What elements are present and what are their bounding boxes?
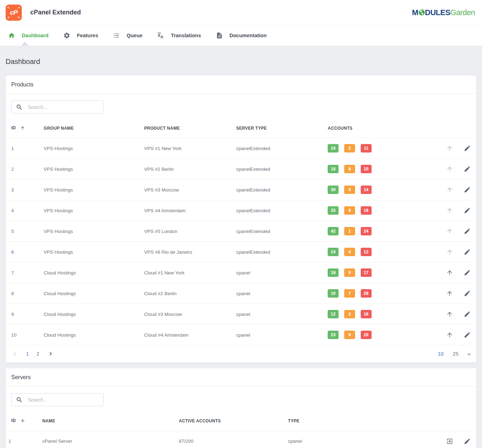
- product-server-type: cpanel: [233, 283, 325, 304]
- upgrade-arrow-icon[interactable]: [446, 145, 453, 152]
- products-pagination: 1 2 10 25 ∞: [6, 345, 476, 363]
- edit-pencil-icon[interactable]: [464, 331, 471, 338]
- product-name: Cloud #3 Moscow: [141, 304, 233, 325]
- sort-ascending-icon[interactable]: [20, 125, 25, 131]
- active-accounts-badge: 12: [328, 310, 339, 318]
- edit-pencil-icon[interactable]: [464, 269, 471, 276]
- login-icon[interactable]: [446, 438, 453, 445]
- col-accounts: ACCOUNTS: [325, 118, 434, 138]
- active-accounts-badge: 25: [328, 206, 339, 215]
- upgrade-arrow-icon[interactable]: [446, 228, 453, 235]
- servers-search-input[interactable]: [27, 397, 99, 403]
- pagination-next-button[interactable]: [47, 350, 54, 357]
- upgrade-arrow-icon[interactable]: [446, 207, 453, 214]
- page: ↖ ↗ ↙ ↘ cP cPanel Extended M DULES Garde…: [0, 0, 482, 448]
- product-name: VPS #6 Rio de Janeiro: [141, 242, 233, 262]
- upgrade-arrow-icon[interactable]: [446, 311, 453, 318]
- edit-pencil-icon[interactable]: [464, 228, 471, 235]
- active-accounts-badge: 18: [328, 268, 339, 277]
- page-size-10[interactable]: 10: [438, 351, 443, 357]
- product-server-type: cpanel: [233, 325, 325, 345]
- products-card-title: Products: [6, 76, 476, 94]
- edit-pencil-icon[interactable]: [464, 145, 471, 152]
- edit-pencil-icon[interactable]: [464, 438, 471, 445]
- nav-item-documentation[interactable]: Documentation: [208, 25, 274, 46]
- edit-pencil-icon[interactable]: [464, 248, 471, 255]
- upgrade-arrow-icon[interactable]: [446, 165, 453, 173]
- product-name: Cloud #2 Berlin: [141, 283, 233, 304]
- app-header: ↖ ↗ ↙ ↘ cP cPanel Extended M DULES Garde…: [0, 0, 482, 25]
- table-row: 8 Cloud Hostings Cloud #2 Berlin cpanel …: [6, 283, 476, 304]
- page-size-25[interactable]: 25: [453, 351, 458, 357]
- terminated-accounts-badge: 16: [361, 206, 372, 215]
- product-server-type: cpanelExtended: [233, 138, 325, 159]
- logo-arrow-icon: ↗: [17, 6, 20, 9]
- suspended-accounts-badge: 7: [344, 289, 355, 298]
- list-icon: [113, 32, 120, 39]
- upgrade-arrow-icon[interactable]: [446, 186, 453, 193]
- suspended-accounts-badge: 8: [344, 165, 355, 173]
- accounts-cell: 10 7 28: [325, 283, 434, 304]
- brand-m: M: [412, 8, 418, 17]
- product-id: 2: [6, 159, 41, 180]
- terminated-accounts-badge: 14: [361, 186, 372, 194]
- page-title: Dashboard: [6, 58, 476, 66]
- product-group-name: Cloud Hostings: [41, 283, 141, 304]
- product-server-type: cpanel: [233, 262, 325, 283]
- nav-item-features[interactable]: Features: [56, 25, 105, 46]
- edit-pencil-icon[interactable]: [464, 186, 471, 193]
- upgrade-arrow-icon[interactable]: [446, 331, 453, 338]
- product-id: 10: [6, 325, 41, 345]
- modulesgarden-logo: M DULES Garden: [412, 8, 476, 17]
- products-table: ID GROUP NAME PRODUCT NAME SERVER TYPE A…: [6, 118, 476, 345]
- product-server-type: cpanel: [233, 304, 325, 325]
- product-server-type: cpanelExtended: [233, 180, 325, 200]
- pagination-prev-button[interactable]: [11, 350, 18, 357]
- upgrade-arrow-icon[interactable]: [446, 248, 453, 255]
- accounts-cell: 18 8 10: [325, 159, 434, 180]
- table-row: 2 VPS Hostings VPS #2 Berlin cpanelExten…: [6, 159, 476, 180]
- edit-pencil-icon[interactable]: [464, 311, 471, 318]
- active-accounts-badge: 18: [328, 165, 339, 173]
- logo-arrow-icon: ↘: [17, 16, 20, 19]
- search-icon: [16, 104, 23, 111]
- edit-pencil-icon[interactable]: [464, 290, 471, 297]
- edit-pencil-icon[interactable]: [464, 207, 471, 214]
- product-name: VPS #2 Berlin: [141, 159, 233, 180]
- product-name: VPS #5 London: [141, 221, 233, 242]
- upgrade-arrow-icon[interactable]: [446, 269, 453, 276]
- nav-item-queue[interactable]: Queue: [105, 25, 150, 46]
- logo-text: cP: [10, 8, 17, 16]
- product-group-name: VPS Hostings: [41, 159, 141, 180]
- terminated-accounts-badge: 10: [361, 165, 372, 173]
- sort-ascending-icon[interactable]: [20, 418, 25, 424]
- page-size-all[interactable]: ∞: [468, 351, 471, 357]
- col-group-name: GROUP NAME: [41, 118, 141, 138]
- server-active-accounts: 87/200: [176, 431, 285, 448]
- products-search-input[interactable]: [27, 104, 99, 110]
- server-id: 1: [6, 431, 39, 448]
- pagination-page-1[interactable]: 1: [26, 351, 29, 357]
- document-icon: [216, 32, 223, 39]
- product-id: 6: [6, 242, 41, 262]
- suspended-accounts-badge: 4: [344, 248, 355, 256]
- suspended-accounts-badge: 5: [344, 186, 355, 194]
- suspended-accounts-badge: 0: [344, 268, 355, 277]
- brand-garden: Garden: [450, 8, 475, 17]
- accounts-cell: 24 2 11: [325, 138, 434, 159]
- product-group-name: VPS Hostings: [41, 138, 141, 159]
- upgrade-arrow-icon[interactable]: [446, 290, 453, 297]
- pagination-page-2[interactable]: 2: [37, 351, 39, 357]
- product-id: 9: [6, 304, 41, 325]
- product-server-type: cpanelExtended: [233, 159, 325, 180]
- table-row: 5 VPS Hostings VPS #5 London cpanelExten…: [6, 221, 476, 242]
- server-type: cpanel: [285, 431, 434, 448]
- product-group-name: Cloud Hostings: [41, 304, 141, 325]
- active-accounts-badge: 24: [328, 144, 339, 152]
- main-nav: Dashboard Features Queue Translations Do…: [0, 25, 482, 46]
- col-active-accounts: ACTIVE ACCOUNTS: [176, 411, 285, 431]
- edit-pencil-icon[interactable]: [464, 165, 471, 173]
- cpanel-logo: ↖ ↗ ↙ ↘ cP: [6, 5, 22, 21]
- nav-item-translations[interactable]: Translations: [150, 25, 208, 46]
- suspended-accounts-badge: 1: [344, 227, 355, 235]
